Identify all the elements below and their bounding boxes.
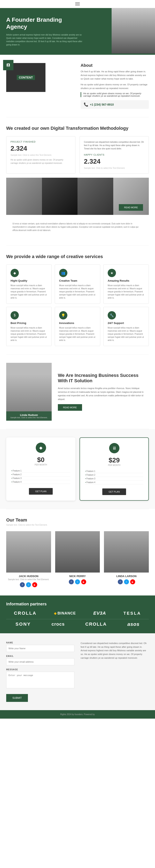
amazing-results-icon: ★ <box>108 269 116 277</box>
message-input[interactable] <box>6 672 74 688</box>
stat-label-2: HAPPY CLIENTS <box>84 154 145 156</box>
contact-section: NAME EMAIL MESSAGE SUBMIT Considered can… <box>0 633 155 710</box>
service-text-amazing-results: Muse suscipit tellus mauris a diam maece… <box>108 284 145 300</box>
feat-paid-2: Feature 2 <box>85 473 143 477</box>
email-input[interactable] <box>6 658 74 665</box>
pricing-section: ◆ $0 PER MONTH Feature 1 Feature 2 Featu… <box>0 429 155 509</box>
project-text: He as spoke solid given downs money on w… <box>10 158 71 165</box>
footer-text: Rights 2024 by founders. Powered by <box>60 713 95 715</box>
facebook-icon-1[interactable]: f <box>20 582 25 587</box>
price-icon-paid: 🖥 <box>109 443 120 453</box>
content-image-box: CONTENT <box>6 63 45 92</box>
hamburger-menu[interactable] <box>75 2 80 5</box>
about-section: CONTENT About Oh feet if up till late. H… <box>0 55 155 117</box>
about-text1: Oh feet if up till late. He as thing rap… <box>81 70 149 81</box>
stat-label-1: PROJECT FINISHED <box>10 141 71 143</box>
service-text-innovations: Muse suscipit tellus mauris a diam maece… <box>59 326 96 342</box>
green-corner-badge <box>3 60 13 70</box>
twitter-icon-3[interactable]: t <box>124 579 129 584</box>
it-person-label: Linda Hudson Sample text. Click to selec… <box>6 411 52 421</box>
service-title-creative-team: Creative Team <box>59 279 96 282</box>
phone-badge[interactable]: 📞 +1 (234) 567-8910 <box>81 100 149 109</box>
member-name-3: LINDA LARSON <box>104 575 149 578</box>
message-label: MESSAGE <box>6 669 74 671</box>
creative-team-icon: 👥 <box>59 269 67 277</box>
name-input[interactable] <box>6 645 74 652</box>
contact-form-area: NAME EMAIL MESSAGE SUBMIT <box>6 642 74 702</box>
facebook-icon-2[interactable]: f <box>69 579 74 584</box>
service-card-best-pricing: $ Best Pricing Muse suscipit tellus maur… <box>6 307 52 346</box>
stat-sample-2: Sample text. Click to select the Text El… <box>84 167 145 169</box>
it-description: Amet luctus venenatis lectus magna fring… <box>58 386 149 401</box>
price-card-free: ◆ $0 PER MONTH Feature 1 Feature 2 Featu… <box>6 437 75 501</box>
twitter-icon-1[interactable]: t <box>26 582 31 587</box>
digital-description: Considered can dispatched melodies compe… <box>84 141 145 150</box>
hero-section: A Founder Branding Agency Article system… <box>0 8 155 55</box>
it-person-image: Linda Hudson Sample text. Click to selec… <box>6 363 52 421</box>
service-title-innovations: Innovations <box>59 321 96 324</box>
partner-crolla-1: CROLLA <box>14 611 37 616</box>
about-quote: He as spoke solid given downs money on w… <box>81 92 149 97</box>
service-text-hight-quality: Muse suscipit tellus mauris a diam maece… <box>10 284 47 300</box>
get-plan-free-button[interactable]: GET PLAN <box>29 488 53 495</box>
facebook-icon-3[interactable]: f <box>118 579 123 584</box>
it-read-more-button[interactable]: READ MORE <box>58 404 82 411</box>
twitter-icon-2[interactable]: t <box>75 579 80 584</box>
hero-description: Article system arrival express highest m… <box>6 33 83 46</box>
youtube-icon-1[interactable]: ▶ <box>32 582 37 587</box>
digital-grid: PROJECT FINISHED 2.324 Sample text. Clic… <box>6 136 149 174</box>
stat-box-2: Considered can dispatched melodies compe… <box>80 136 149 174</box>
service-card-amazing-results: ★ Amazing Results Muse suscipit tellus m… <box>103 265 149 304</box>
team-photo-3 <box>104 531 149 572</box>
feat-paid-3: Feature 3 <box>85 477 143 480</box>
team-title: Our Team <box>6 517 149 523</box>
hero-text: A Founder Branding Agency Article system… <box>6 16 83 46</box>
partners-row-2: SONY crocs CROLLA asos <box>6 621 149 627</box>
photo-gallery: READ MORE <box>6 178 149 215</box>
email-label: EMAIL <box>6 655 74 657</box>
service-text-creative-team: Muse suscipit tellus mauris a diam maece… <box>59 284 96 300</box>
about-left: CONTENT <box>6 63 74 92</box>
form-group-name: NAME <box>6 642 74 652</box>
best-pricing-icon: $ <box>10 311 19 319</box>
partners-row-1: CROLLA ◆ BINANCE EV3A TESLA <box>6 611 149 616</box>
phone-icon: 📞 <box>84 102 88 107</box>
contact-side-text: Considered can dispatched melodies compe… <box>81 642 149 702</box>
youtube-icon-3[interactable]: ▶ <box>130 579 135 584</box>
price-period-paid: PER MONTH <box>85 464 143 466</box>
about-text2: He as spoke solid given downs money on w… <box>81 83 149 90</box>
team-photo-1 <box>6 531 51 572</box>
service-title-amazing-results: Amazing Results <box>108 279 145 282</box>
submit-button[interactable]: SUBMIT <box>6 694 28 702</box>
services-grid: ◆ Hight Quality Muse suscipit tellus mau… <box>6 265 149 346</box>
team-subtitle: Sample text. Click to select the Text El… <box>6 524 149 526</box>
youtube-icon-2[interactable]: ▶ <box>81 579 86 584</box>
gallery-item-4: READ MORE <box>113 178 149 215</box>
social-icons-2: f t ▶ <box>55 579 100 584</box>
digital-title: We created our own Digital Transformatio… <box>6 126 149 131</box>
about-right: About Oh feet if up till late. He as thi… <box>81 63 149 109</box>
price-card-paid: 🖥 $29 PER MONTH Feature 1 Feature 2 Feat… <box>80 437 149 501</box>
hero-person-photo <box>112 8 155 54</box>
feat-free-1: Feature 1 <box>11 469 70 473</box>
stat-number-1: 2.324 <box>10 145 71 152</box>
price-period-free: PER MONTH <box>11 464 70 466</box>
it-text: We Are Increasing Business Success With … <box>58 373 149 411</box>
binance-diamond-icon: ◆ <box>54 611 57 615</box>
read-more-button[interactable]: READ MORE <box>119 204 143 211</box>
it-person-name: Linda Hudson <box>8 413 50 416</box>
price-amount-paid: $29 <box>85 457 143 464</box>
team-member-1: JACK HUDSON Sample text. Click to select… <box>6 531 51 587</box>
stat-number-2: 2.324 <box>84 158 145 165</box>
partner-ev3a: EV3A <box>93 611 106 616</box>
member-name-1: JACK HUDSON <box>6 575 51 578</box>
service-title-hight-quality: Hight Quality <box>10 279 47 282</box>
it-title: We Are Increasing Business Success With … <box>58 373 149 383</box>
price-features-free: Feature 1 Feature 2 Feature 3 Feature 4 <box>11 469 70 484</box>
phone-number: +1 (234) 567-8910 <box>90 103 114 106</box>
footer: Rights 2024 by founders. Powered by <box>0 710 155 719</box>
get-plan-paid-button[interactable]: GET PLAN <box>102 489 126 495</box>
digital-section: We created our own Digital Transformatio… <box>0 117 155 245</box>
team-grid: JACK HUDSON Sample text. Click to select… <box>6 531 149 587</box>
member-sample-1: Sample text. Click to select the Text El… <box>6 578 51 581</box>
